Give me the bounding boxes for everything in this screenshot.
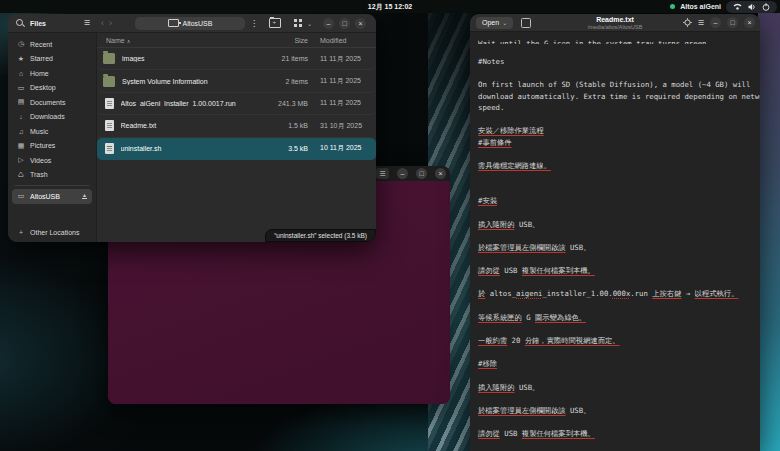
editor-line: #Notes xyxy=(478,56,754,68)
wifi-icon xyxy=(733,3,742,10)
table-row[interactable]: Readme.txt1.5 kB31 10月 2025 xyxy=(97,115,376,137)
clock-icon: ◷ xyxy=(17,40,25,48)
editor-line xyxy=(478,370,754,382)
videos-icon: ▷ xyxy=(17,156,25,164)
editor-line xyxy=(478,300,754,312)
sidebar-item-altosusb[interactable]: ▭AltosUSB▲ xyxy=(12,189,92,204)
minimize-button[interactable]: – xyxy=(710,17,721,28)
column-modified[interactable]: Modified xyxy=(320,37,372,44)
sidebar-item-label: Recent xyxy=(30,41,52,48)
maximize-button[interactable]: □ xyxy=(416,168,427,179)
table-row[interactable]: images21 items11 11月 2025 xyxy=(97,48,376,70)
editor-line xyxy=(478,254,754,266)
downloads-icon: ↓ xyxy=(17,113,25,120)
close-button[interactable]: × xyxy=(744,17,755,28)
new-folder-icon[interactable] xyxy=(269,18,281,28)
editor-line: #事前條件 xyxy=(478,137,754,149)
file-list: images21 items11 11月 2025System Volume I… xyxy=(97,48,376,160)
editor-line xyxy=(478,207,754,219)
volume-icon xyxy=(748,3,756,11)
desktop-icon: ▭ xyxy=(17,84,25,92)
maximize-button[interactable]: □ xyxy=(339,18,350,29)
trash-icon: ♺ xyxy=(17,171,25,179)
file-name: Altos_aiGeni_Installer_1.00.0017.run xyxy=(121,100,255,107)
column-size[interactable]: Size xyxy=(254,37,308,44)
sidebar-item-documents[interactable]: ▤Documents xyxy=(12,95,92,110)
documents-icon: ▤ xyxy=(17,98,25,106)
editor-text-area[interactable]: Wait until the G icon in the system tray… xyxy=(478,39,754,451)
table-row[interactable]: System Volume Information2 items11 11月 2… xyxy=(97,70,376,92)
files-app-label: Files xyxy=(30,20,46,27)
sidebar-item-videos[interactable]: ▷Videos xyxy=(12,153,92,168)
sidebar-item-desktop[interactable]: ▭Desktop xyxy=(12,81,92,96)
search-icon[interactable] xyxy=(16,19,24,27)
editor-line: On first launch of SD (Stable Diffusion)… xyxy=(478,79,754,91)
sidebar-item-label: Documents xyxy=(30,99,65,106)
location-tab[interactable]: AltosUSB xyxy=(135,17,245,30)
editor-line xyxy=(478,114,754,126)
close-button[interactable]: × xyxy=(435,168,446,179)
wallpaper-right-gradient xyxy=(758,13,780,451)
kebab-menu-icon[interactable]: ⋮ xyxy=(250,19,258,28)
file-icon xyxy=(105,143,114,154)
files-window: Files ☰ ‹ › AltosUSB ⋮ ⌄ – □ × xyxy=(8,14,376,242)
view-grid-icon[interactable] xyxy=(294,19,302,27)
sidebar-item-downloads[interactable]: ↓Downloads xyxy=(12,110,92,125)
sidebar-item-other-locations[interactable]: +Other Locations xyxy=(12,226,92,241)
file-size: 3.5 kB xyxy=(254,145,308,152)
sidebar-item-home[interactable]: ⌂Home xyxy=(12,66,92,81)
column-name[interactable]: Name xyxy=(106,37,125,44)
app-indicator[interactable]: Altos aiGeni xyxy=(680,3,721,10)
clock[interactable]: 12月 15 12:02 xyxy=(0,2,780,12)
sidebar-item-label: Desktop xyxy=(30,84,56,91)
editor-line xyxy=(478,184,754,196)
eject-icon[interactable]: ▲ xyxy=(82,193,87,199)
file-size: 241.3 MB xyxy=(254,100,308,107)
file-size: 21 items xyxy=(254,55,308,62)
sidebar-item-starred[interactable]: ★Starred xyxy=(12,52,92,67)
close-button[interactable]: × xyxy=(355,18,366,29)
gear-icon[interactable] xyxy=(683,18,692,27)
editor-line: 插入隨附的 USB。 xyxy=(478,219,754,231)
table-row[interactable]: uninstaller.sh3.5 kB10 11月 2025 xyxy=(97,138,376,160)
hamburger-menu-icon[interactable]: ☰ xyxy=(376,168,389,179)
files-list-pane: Name ∧ Size Modified images21 items11 11… xyxy=(96,33,376,242)
top-bar: 12月 15 12:02 Altos aiGeni xyxy=(0,0,780,13)
editor-line: 於檔案管理員左側欄開啟該 USB。 xyxy=(478,242,754,254)
sidebar-item-recent[interactable]: ◷Recent xyxy=(12,37,92,52)
back-icon[interactable]: ‹ xyxy=(101,19,104,28)
editor-line xyxy=(478,323,754,335)
editor-headerbar: Open ⌄ Readme.txt /media/altos/AltosUSB … xyxy=(470,14,760,32)
file-name: Readme.txt xyxy=(121,122,255,129)
editor-line: 需具備穩定網路連線。 xyxy=(478,160,754,172)
forward-icon[interactable]: › xyxy=(109,19,112,28)
table-row[interactable]: Altos_aiGeni_Installer_1.00.0017.run241.… xyxy=(97,93,376,115)
system-tray[interactable] xyxy=(726,1,777,13)
maximize-button[interactable]: □ xyxy=(727,17,738,28)
files-sidebar: ◷Recent★Starred⌂Home▭Desktop▤Documents↓D… xyxy=(8,33,96,242)
sidebar-item-pictures[interactable]: ▦Pictures xyxy=(12,139,92,154)
minimize-button[interactable]: – xyxy=(323,18,334,29)
usb-drive-icon xyxy=(168,19,179,27)
sidebar-divider xyxy=(14,185,90,186)
power-icon xyxy=(762,3,770,11)
file-name: uninstaller.sh xyxy=(121,145,255,152)
open-button-label: Open xyxy=(482,19,499,26)
hamburger-menu-icon[interactable]: ☰ xyxy=(698,19,704,27)
file-name: images xyxy=(122,55,254,62)
editor-line: 等候系統匣的 G 圖示變為綠色。 xyxy=(478,312,754,324)
minimize-button[interactable]: – xyxy=(397,168,408,179)
sidebar-item-trash[interactable]: ♺Trash xyxy=(12,168,92,183)
new-tab-icon[interactable] xyxy=(521,18,531,28)
file-modified: 11 11月 2025 xyxy=(320,98,372,108)
editor-line: 於 altos_aigeni_installer_1.00.000x.run 上… xyxy=(478,288,754,300)
editor-line: #安裝 xyxy=(478,195,754,207)
open-button[interactable]: Open ⌄ xyxy=(476,17,513,29)
sidebar-item-music[interactable]: ♫Music xyxy=(12,124,92,139)
view-dropdown-icon[interactable]: ⌄ xyxy=(307,20,312,27)
editor-line xyxy=(478,440,754,451)
editor-line xyxy=(478,44,754,56)
home-icon: ⌂ xyxy=(17,70,25,77)
app-menu-icon[interactable]: ☰ xyxy=(84,19,90,27)
column-headers[interactable]: Name ∧ Size Modified xyxy=(97,33,376,48)
